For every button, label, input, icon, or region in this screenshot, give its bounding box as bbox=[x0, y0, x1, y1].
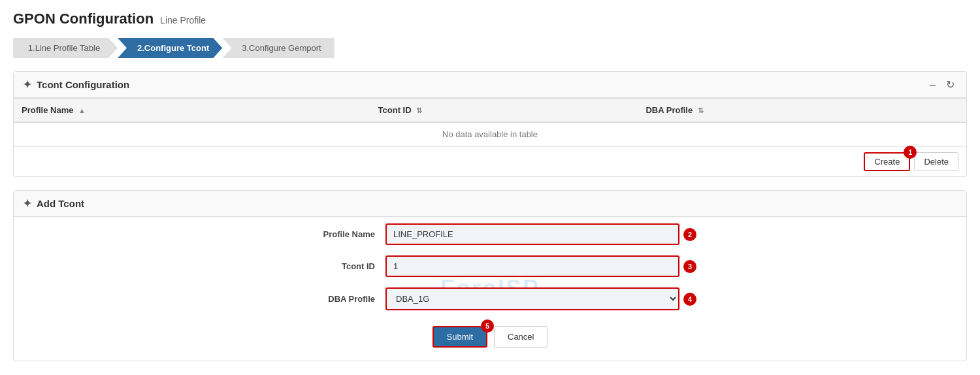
step-3-label: 3.Configure Gemport bbox=[242, 43, 321, 53]
col-tcont-id: Tcont ID ⇅ bbox=[370, 99, 638, 123]
col-dba-profile-label: DBA Profile bbox=[645, 105, 693, 115]
step-3[interactable]: 3.Configure Gemport bbox=[222, 38, 334, 58]
step-2[interactable]: 2.Configure Tcont bbox=[118, 38, 222, 58]
tcont-config-panel: ✦ Tcont Configuration – ↻ Profile Name ▲… bbox=[13, 71, 967, 177]
sort-icon-dba[interactable]: ⇅ bbox=[698, 106, 704, 115]
page-title: GPON Configuration bbox=[13, 10, 154, 27]
sort-icon-profile[interactable]: ▲ bbox=[78, 106, 86, 114]
col-profile-name-label: Profile Name bbox=[22, 105, 73, 115]
profile-name-label: Profile Name bbox=[301, 229, 385, 239]
profile-name-input[interactable] bbox=[385, 223, 679, 245]
page-wrapper: GPON Configuration Line Profile 1.Line P… bbox=[0, 0, 980, 375]
tcont-table: Profile Name ▲ Tcont ID ⇅ DBA Profile ⇅ … bbox=[14, 98, 966, 146]
tcont-id-label: Tcont ID bbox=[301, 261, 385, 271]
col-profile-name: Profile Name ▲ bbox=[14, 99, 370, 123]
dba-profile-row: DBA Profile DBA_1G DBA_100M DBA_10M 4 bbox=[301, 287, 679, 310]
panel-header: ✦ Tcont Configuration – ↻ bbox=[14, 72, 966, 98]
form-buttons: Submit 5 Cancel bbox=[433, 326, 548, 348]
tcont-id-badge: 3 bbox=[683, 260, 696, 273]
no-data-row: No data available in table bbox=[14, 122, 966, 146]
dba-profile-select[interactable]: DBA_1G DBA_100M DBA_10M bbox=[385, 287, 679, 310]
table-header-row: Profile Name ▲ Tcont ID ⇅ DBA Profile ⇅ bbox=[14, 99, 966, 123]
create-button[interactable]: Create bbox=[864, 152, 910, 171]
table-header: Profile Name ▲ Tcont ID ⇅ DBA Profile ⇅ bbox=[14, 99, 966, 123]
add-tcont-title-text: Add Tcont bbox=[37, 198, 84, 209]
dba-profile-label: DBA Profile bbox=[301, 294, 385, 304]
submit-button[interactable]: Submit bbox=[433, 326, 487, 348]
cancel-button[interactable]: Cancel bbox=[494, 326, 547, 348]
panel-title-group: ✦ Tcont Configuration bbox=[23, 78, 129, 91]
submit-button-wrapper: Submit 5 bbox=[433, 326, 487, 348]
step-2-label: 2.Configure Tcont bbox=[137, 43, 209, 53]
add-tcont-title-group: ✦ Add Tcont bbox=[23, 197, 84, 210]
minimize-button[interactable]: – bbox=[927, 78, 938, 91]
table-body: No data available in table bbox=[14, 122, 966, 146]
add-tcont-panel: ✦ Add Tcont ForoISP Profile Name 2 Tcont… bbox=[13, 190, 967, 361]
sort-icon-tcont[interactable]: ⇅ bbox=[416, 106, 422, 115]
panel-title-text: Tcont Configuration bbox=[37, 79, 129, 90]
profile-name-row: Profile Name 2 bbox=[301, 223, 679, 245]
create-button-wrapper: Create 1 bbox=[864, 152, 910, 171]
tcont-id-row: Tcont ID 3 bbox=[301, 255, 679, 277]
step-1[interactable]: 1.Line Profile Table bbox=[13, 38, 118, 58]
add-tcont-form: ForoISP Profile Name 2 Tcont ID 3 DBA Pr… bbox=[14, 217, 966, 361]
col-dba-profile: DBA Profile ⇅ bbox=[638, 99, 966, 123]
steps-bar: 1.Line Profile Table 2.Configure Tcont 3… bbox=[13, 38, 967, 58]
step-1-label: 1.Line Profile Table bbox=[28, 43, 100, 53]
no-data-cell: No data available in table bbox=[14, 122, 966, 146]
puzzle-icon: ✦ bbox=[23, 78, 31, 91]
panel-controls: – ↻ bbox=[927, 78, 957, 91]
page-header: GPON Configuration Line Profile bbox=[13, 10, 967, 27]
add-tcont-header: ✦ Add Tcont bbox=[14, 191, 966, 217]
delete-button[interactable]: Delete bbox=[914, 152, 958, 171]
page-subtitle: Line Profile bbox=[160, 15, 206, 25]
dba-profile-badge: 4 bbox=[683, 293, 696, 306]
profile-name-badge: 2 bbox=[683, 228, 696, 241]
col-tcont-id-label: Tcont ID bbox=[378, 105, 412, 115]
tcont-id-input[interactable] bbox=[385, 255, 679, 277]
submit-badge: 5 bbox=[481, 319, 494, 333]
refresh-button[interactable]: ↻ bbox=[943, 78, 957, 91]
table-action-row: Create 1 Delete bbox=[14, 146, 966, 176]
add-tcont-icon: ✦ bbox=[23, 197, 31, 210]
